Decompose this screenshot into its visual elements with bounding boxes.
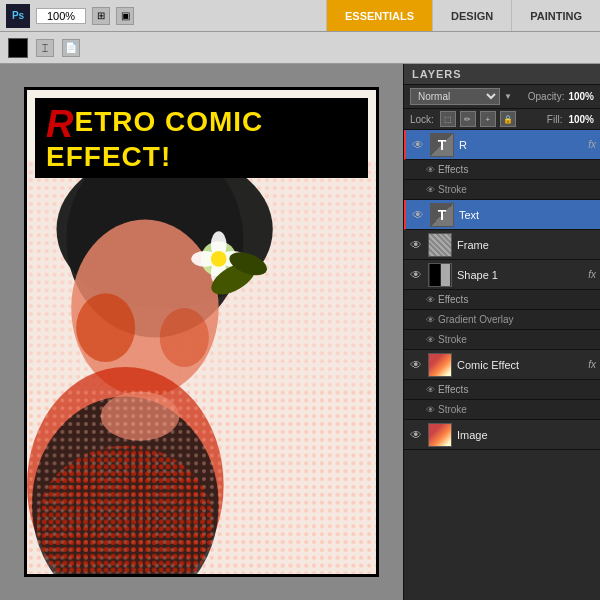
effects-label-shape1: Effects <box>438 294 468 305</box>
lock-label: Lock: <box>410 114 434 125</box>
layer-name-image: Image <box>457 429 596 441</box>
eye-small-effects-comic: 👁 <box>426 385 435 395</box>
layer-sub-effects-shape1[interactable]: 👁 Effects <box>404 290 600 310</box>
fill-label: Fill: <box>547 114 563 125</box>
layer-thumb-image <box>428 423 452 447</box>
layer-sub-stroke-comic[interactable]: 👁 Stroke <box>404 400 600 420</box>
comic-image-area <box>27 160 376 574</box>
stroke-label-shape1: Stroke <box>438 334 467 345</box>
eye-small-stroke-comic: 👁 <box>426 405 435 415</box>
eye-small-effects-R: 👁 <box>426 165 435 175</box>
layer-sub-gradient-shape1[interactable]: 👁 Gradient Overlay <box>404 310 600 330</box>
layer-name-comic: Comic Effect <box>457 359 584 371</box>
eye-icon-image[interactable]: 👁 <box>408 427 424 443</box>
svg-point-13 <box>211 251 227 267</box>
top-menu-bar: Ps 100% ⊞ ▣ ESSENTIALS DESIGN PAINTING <box>0 0 600 32</box>
tab-design[interactable]: DESIGN <box>432 0 511 31</box>
layer-row-shape1[interactable]: 👁 Shape 1 fx <box>404 260 600 290</box>
eye-icon-R[interactable]: 👁 <box>410 137 426 153</box>
svg-point-6 <box>76 293 135 362</box>
layer-row-image[interactable]: 👁 Image <box>404 420 600 450</box>
lock-move-btn[interactable]: + <box>480 111 496 127</box>
layer-sub-effects-comic[interactable]: 👁 Effects <box>404 380 600 400</box>
fx-badge-shape1: fx <box>588 269 596 280</box>
comic-title-banner: RETRO COMIC EFFECT! <box>35 98 368 178</box>
tab-painting[interactable]: PAINTING <box>511 0 600 31</box>
layer-thumb-frame <box>428 233 452 257</box>
layer-row-frame[interactable]: 👁 Frame <box>404 230 600 260</box>
comic-title-text: RETRO COMIC EFFECT! <box>46 105 357 171</box>
layer-sub-effects-R[interactable]: 👁 Effects <box>404 160 600 180</box>
blend-dropdown-arrow: ▼ <box>504 92 512 101</box>
main-content: RETRO COMIC EFFECT! <box>0 64 600 600</box>
lock-icons-group: ⬚ ✏ + 🔒 <box>440 111 516 127</box>
stroke-label-comic: Stroke <box>438 404 467 415</box>
eye-icon-comic[interactable]: 👁 <box>408 357 424 373</box>
stroke-label-R: Stroke <box>438 184 467 195</box>
lock-paint-btn[interactable]: ✏ <box>460 111 476 127</box>
layer-thumb-R: T <box>430 133 454 157</box>
zoom-display[interactable]: 100% <box>36 8 86 24</box>
toolbar-row: ⌶ 📄 <box>0 32 600 64</box>
eye-small-gradient-shape1: 👁 <box>426 315 435 325</box>
lock-transparent-btn[interactable]: ⬚ <box>440 111 456 127</box>
layer-name-R: R <box>459 139 584 151</box>
eye-small-stroke-R: 👁 <box>426 185 435 195</box>
eye-icon-text[interactable]: 👁 <box>410 207 426 223</box>
layer-row-text[interactable]: 👁 T Text <box>404 200 600 230</box>
layer-thumb-comic <box>428 353 452 377</box>
lock-row: Lock: ⬚ ✏ + 🔒 Fill: 100% <box>404 109 600 130</box>
effects-label-comic: Effects <box>438 384 468 395</box>
layer-name-frame: Frame <box>457 239 596 251</box>
ps-logo: Ps <box>6 4 30 28</box>
layer-sub-stroke-R[interactable]: 👁 Stroke <box>404 180 600 200</box>
gradient-label-shape1: Gradient Overlay <box>438 314 514 325</box>
layer-row-comic[interactable]: 👁 Comic Effect fx <box>404 350 600 380</box>
fx-badge-comic: fx <box>588 359 596 370</box>
canvas-area: RETRO COMIC EFFECT! <box>0 64 403 600</box>
fx-badge-R: fx <box>588 139 596 150</box>
lock-all-btn[interactable]: 🔒 <box>500 111 516 127</box>
eye-small-effects-shape1: 👁 <box>426 295 435 305</box>
layer-name-shape1: Shape 1 <box>457 269 584 281</box>
opacity-value: 100% <box>568 91 594 102</box>
foreground-color-swatch[interactable] <box>8 38 28 58</box>
blend-mode-row: Normal Multiply Screen ▼ Opacity: 100% <box>404 85 600 109</box>
layer-thumb-shape1 <box>428 263 452 287</box>
effects-label-R: Effects <box>438 164 468 175</box>
layer-list: 👁 T R fx 👁 Effects 👁 Stroke 👁 T Text <box>404 130 600 600</box>
top-bar-left: Ps 100% ⊞ ▣ <box>0 4 140 28</box>
comic-figure-svg <box>27 160 376 574</box>
document-icon[interactable]: 📄 <box>62 39 80 57</box>
layers-panel-header: LAYERS <box>404 64 600 85</box>
eye-icon-shape1[interactable]: 👁 <box>408 267 424 283</box>
eye-small-stroke-shape1: 👁 <box>426 335 435 345</box>
fill-value: 100% <box>568 114 594 125</box>
tab-essentials[interactable]: ESSENTIALS <box>326 0 432 31</box>
eye-icon-frame[interactable]: 👁 <box>408 237 424 253</box>
screen-mode-icon[interactable]: ▣ <box>116 7 134 25</box>
layer-row-R[interactable]: 👁 T R fx <box>404 130 600 160</box>
comic-canvas: RETRO COMIC EFFECT! <box>24 87 379 577</box>
blend-mode-select[interactable]: Normal Multiply Screen <box>410 88 500 105</box>
nav-tabs: ESSENTIALS DESIGN PAINTING <box>326 0 600 31</box>
title-first-letter: R <box>46 103 74 145</box>
view-mode-icon[interactable]: ⊞ <box>92 7 110 25</box>
layers-panel: LAYERS Normal Multiply Screen ▼ Opacity:… <box>403 64 600 600</box>
layer-name-text: Text <box>459 209 596 221</box>
svg-point-7 <box>160 308 209 367</box>
layer-sub-stroke-shape1[interactable]: 👁 Stroke <box>404 330 600 350</box>
align-icon[interactable]: ⌶ <box>36 39 54 57</box>
opacity-label: Opacity: <box>528 91 565 102</box>
layer-thumb-text: T <box>430 203 454 227</box>
